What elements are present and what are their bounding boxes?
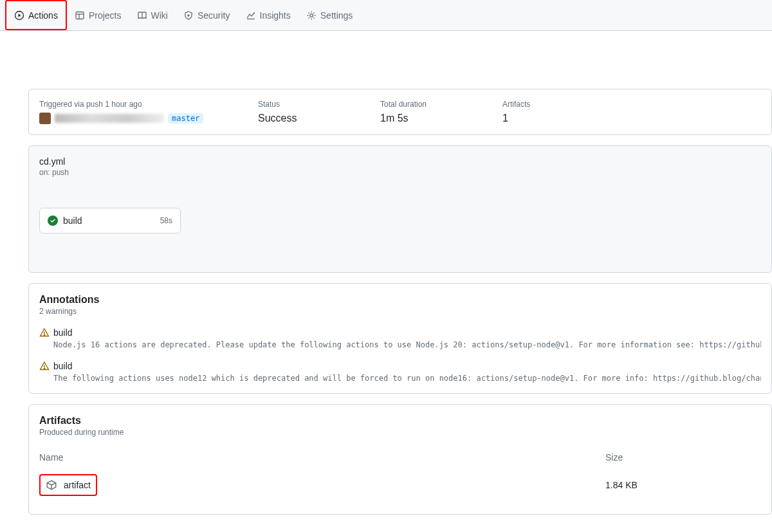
trigger-label: Triggered via push 1 hour ago [39,100,207,109]
artifacts-card: Artifacts Produced during runtime Name S… [28,404,772,515]
workflow-file-name[interactable]: cd.yml [39,156,761,167]
trigger-column: Triggered via push 1 hour ago master [39,100,207,124]
package-icon [46,479,57,491]
tab-actions[interactable]: Actions [5,0,67,30]
svg-point-6 [309,14,313,17]
annotations-title: Annotations [39,294,761,306]
annotations-card: Annotations 2 warnings build Node.js 16 … [28,283,772,394]
svg-point-5 [188,15,189,16]
workflow-card: cd.yml on: push build 58s [28,145,772,273]
tab-label: Insights [260,10,291,21]
commit-text-redacted [55,114,164,123]
artifacts-table-header: Name Size [39,448,761,466]
tab-security[interactable]: Security [176,0,238,30]
tab-settings[interactable]: Settings [299,0,361,30]
shield-icon [183,10,194,21]
gear-icon [306,10,317,21]
tab-label: Wiki [151,10,168,21]
column-name: Name [39,452,605,463]
tab-projects[interactable]: Projects [67,0,129,30]
job-build[interactable]: build 58s [39,208,181,234]
main-content: Triggered via push 1 hour ago master Sta… [0,31,772,532]
tab-label: Actions [28,10,58,21]
table-icon [75,10,85,21]
workflow-trigger-on: on: push [39,168,761,177]
avatar [39,113,51,124]
repo-tab-nav: Actions Projects Wiki Security Insights … [0,0,772,31]
column-size: Size [605,452,761,463]
branch-badge[interactable]: master [168,113,203,124]
graph-icon [246,10,256,21]
artifact-size: 1.84 KB [605,480,761,490]
job-duration: 58s [160,216,172,225]
tab-label: Security [198,10,230,21]
play-icon [14,10,24,21]
tab-label: Projects [89,10,122,21]
annotation-job: build [53,361,73,371]
tab-insights[interactable]: Insights [238,0,299,30]
book-icon [137,10,147,21]
duration-column: Total duration 1m 5s [380,100,451,124]
tab-label: Settings [320,10,353,21]
annotation-message: The following actions uses node12 which … [39,374,761,383]
duration-value: 1m 5s [380,113,451,124]
artifact-highlight: artifact [39,474,97,496]
annotation-row[interactable]: build The following actions uses node12 … [39,361,761,383]
status-label: Status [258,100,329,109]
annotation-message: Node.js 16 actions are deprecated. Pleas… [39,340,761,349]
svg-point-10 [44,368,44,369]
artifact-name: artifact [64,480,91,490]
status-value: Success [258,113,329,124]
trigger-line: master [39,113,207,124]
svg-point-8 [44,335,44,335]
status-column: Status Success [258,100,329,124]
warning-icon [39,327,50,338]
artifact-count-column: Artifacts 1 [502,100,573,124]
artifact-count-label: Artifacts [502,100,573,109]
job-name: build [63,216,82,226]
duration-label: Total duration [380,100,451,109]
annotation-job: build [53,327,73,338]
annotation-row[interactable]: build Node.js 16 actions are deprecated.… [39,327,761,349]
annotations-subtitle: 2 warnings [39,307,761,316]
svg-rect-1 [76,12,84,19]
tab-wiki[interactable]: Wiki [129,0,176,30]
artifacts-subtitle: Produced during runtime [39,428,761,437]
artifact-count-value: 1 [502,113,573,124]
run-summary-card: Triggered via push 1 hour ago master Sta… [28,89,772,135]
artifacts-title: Artifacts [39,415,761,427]
check-circle-icon [48,216,58,226]
warning-icon [39,361,50,371]
artifact-row[interactable]: artifact 1.84 KB [39,466,761,504]
